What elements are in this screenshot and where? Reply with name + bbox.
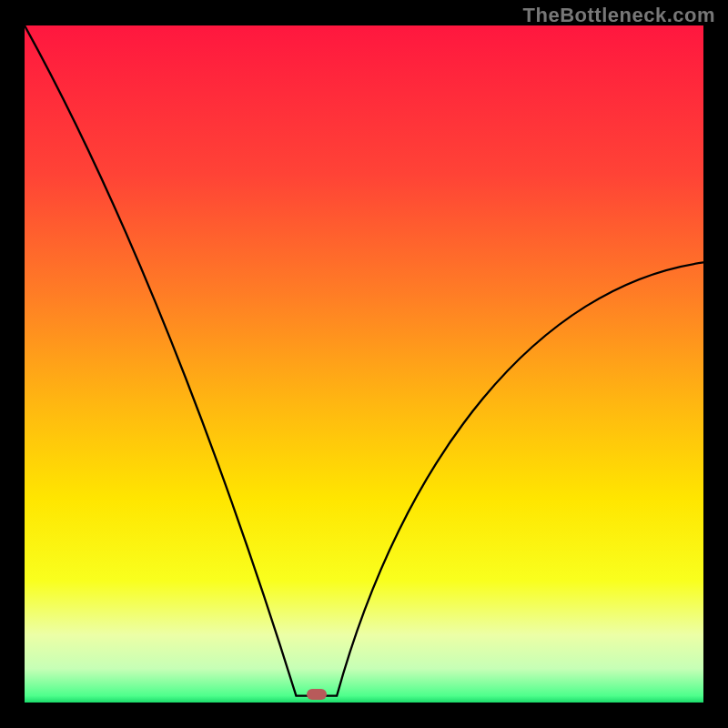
optimum-marker <box>307 689 327 700</box>
chart-container: TheBottleneck.com <box>0 0 728 728</box>
source-label: TheBottleneck.com <box>523 4 715 27</box>
plot-area <box>25 25 703 703</box>
bottleneck-curve <box>25 25 703 703</box>
